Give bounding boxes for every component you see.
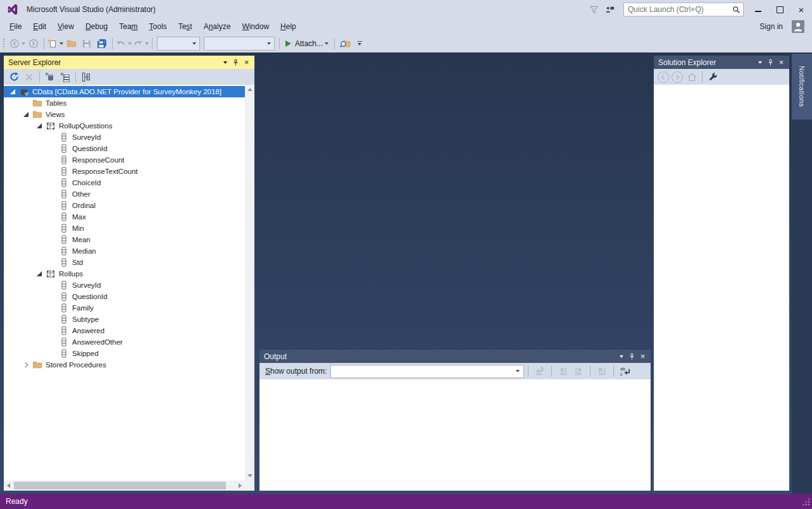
server-explorer-header[interactable]: Server Explorer ×	[4, 56, 254, 69]
close-button[interactable]: ×	[790, 1, 812, 18]
tree-item-family[interactable]: Family	[4, 302, 245, 314]
connect-to-server-icon[interactable]	[58, 70, 72, 85]
menu-item-view[interactable]: View	[52, 20, 80, 33]
tree-item-subtype[interactable]: Subtype	[4, 314, 245, 325]
tree-item-mean[interactable]: Mean	[4, 234, 245, 245]
home-icon[interactable]	[685, 70, 699, 85]
properties-wrench-icon[interactable]	[706, 70, 720, 85]
data-connections-icon[interactable]	[79, 70, 93, 85]
resize-grip[interactable]	[802, 498, 810, 506]
close-panel-icon[interactable]: ×	[776, 58, 787, 68]
refresh-icon[interactable]	[7, 70, 21, 85]
expander-expanded-icon[interactable]	[35, 122, 43, 130]
save-button[interactable]	[80, 36, 94, 51]
tree-item-ordinal[interactable]: Ordinal	[4, 200, 245, 211]
expander-expanded-icon[interactable]	[35, 270, 43, 278]
back-icon[interactable]	[658, 71, 669, 83]
menu-item-team[interactable]: Team	[113, 20, 143, 33]
solution-explorer-header[interactable]: Solution Explorer ×	[654, 56, 789, 69]
show-output-from-combo[interactable]	[330, 365, 524, 378]
menu-item-analyze[interactable]: Analyze	[198, 20, 237, 33]
output-content[interactable]	[259, 379, 651, 491]
quick-launch-box[interactable]	[623, 3, 744, 16]
next-message-icon[interactable]	[571, 364, 586, 378]
menu-item-file[interactable]: File	[4, 20, 27, 33]
previous-message-icon[interactable]	[556, 364, 571, 378]
tree-item-tables[interactable]: Tables	[4, 97, 245, 109]
tree-item-views[interactable]: Views	[4, 109, 245, 120]
toolbar-combo-1[interactable]	[157, 37, 200, 51]
close-panel-icon[interactable]: ×	[241, 58, 252, 68]
new-project-button[interactable]	[47, 36, 63, 51]
toolbar-combo-2[interactable]	[204, 37, 275, 51]
toggle-word-wrap-icon[interactable]: abc	[618, 364, 633, 378]
undo-dropdown-icon[interactable]	[128, 42, 132, 45]
horizontal-scrollbar[interactable]	[4, 481, 245, 491]
menu-item-debug[interactable]: Debug	[80, 20, 113, 33]
toolbar-combo-1-dropdown-icon[interactable]	[192, 42, 196, 45]
tree-item-rollups[interactable]: Rollups	[4, 268, 245, 279]
output-header[interactable]: Output ×	[259, 350, 651, 363]
solution-explorer-content[interactable]	[654, 85, 789, 491]
scroll-right-icon[interactable]	[239, 483, 242, 488]
redo-dropdown-icon[interactable]	[145, 42, 149, 45]
attach-dropdown-icon[interactable]	[325, 42, 328, 45]
combo-dropdown-icon[interactable]	[516, 370, 520, 372]
find-message-in-code-icon[interactable]	[532, 364, 547, 378]
tree-item-surveyid[interactable]: SurveyId	[4, 279, 245, 291]
scroll-down-icon[interactable]	[247, 474, 253, 477]
scroll-left-icon[interactable]	[7, 483, 10, 488]
window-position-dropdown-icon[interactable]	[616, 352, 627, 362]
tree-item-stored-procedures[interactable]: Stored Procedures	[4, 359, 245, 371]
tree-item-rollupquestions[interactable]: RollupQuestions	[4, 120, 245, 132]
notifications-tab[interactable]: Notifications	[792, 54, 812, 120]
send-feedback-icon[interactable]	[602, 3, 618, 16]
minimize-button[interactable]	[747, 1, 769, 18]
redo-button[interactable]	[133, 36, 149, 51]
expander-collapsed-icon[interactable]	[22, 361, 30, 369]
undo-button[interactable]	[116, 36, 132, 51]
toolbar-combo-2-dropdown-icon[interactable]	[267, 42, 271, 45]
menu-item-edit[interactable]: Edit	[27, 20, 52, 33]
menu-item-help[interactable]: Help	[275, 20, 302, 33]
pin-icon[interactable]	[627, 352, 637, 362]
tree-item-std[interactable]: Std	[4, 257, 245, 268]
navigate-forward-button[interactable]	[27, 36, 41, 51]
tree-item-cdata-cdata-ado-net-provider-for-surveymonkey-2018[interactable]: CData [CData ADO.NET Provider for Survey…	[4, 86, 254, 97]
tree-item-min[interactable]: Min	[4, 223, 245, 234]
scrollbar-thumb[interactable]	[14, 482, 226, 489]
menu-item-tools[interactable]: Tools	[144, 20, 173, 33]
tree-item-answered[interactable]: Answered	[4, 325, 245, 336]
attach-button[interactable]: Attach...	[283, 36, 331, 51]
connect-to-database-icon[interactable]	[43, 70, 57, 85]
tree-item-median[interactable]: Median	[4, 245, 245, 257]
toolbar-grip[interactable]	[3, 38, 6, 49]
tree-item-responsecount[interactable]: ResponseCount	[4, 154, 245, 166]
sign-in-link[interactable]: Sign in	[759, 22, 783, 31]
feedback-filter-icon[interactable]	[585, 3, 602, 16]
expander-expanded-icon[interactable]	[9, 88, 16, 95]
new-project-dropdown-icon[interactable]	[59, 42, 63, 45]
tree-item-max[interactable]: Max	[4, 211, 245, 223]
tree-item-choiceid[interactable]: ChoiceId	[4, 177, 245, 188]
save-all-button[interactable]	[95, 36, 109, 51]
stop-refresh-icon[interactable]	[22, 70, 36, 85]
tree-item-questionid[interactable]: QuestionId	[4, 143, 245, 154]
window-position-dropdown-icon[interactable]	[220, 58, 230, 68]
maximize-button[interactable]	[769, 1, 790, 18]
tree-item-responsetextcount[interactable]: ResponseTextCount	[4, 166, 245, 177]
pin-icon[interactable]	[765, 58, 776, 68]
close-panel-icon[interactable]: ×	[637, 352, 648, 362]
scroll-up-icon[interactable]	[247, 88, 253, 91]
tree-item-skipped[interactable]: Skipped	[4, 348, 245, 359]
navigate-backward-dropdown-icon[interactable]	[22, 42, 25, 45]
open-file-button[interactable]	[65, 36, 78, 51]
tree-item-surveyid[interactable]: SurveyId	[4, 132, 245, 143]
vertical-scrollbar[interactable]	[245, 85, 254, 481]
menu-item-test[interactable]: Test	[173, 20, 198, 33]
expander-expanded-icon[interactable]	[22, 111, 30, 118]
tree-item-answeredother[interactable]: AnsweredOther	[4, 336, 245, 348]
forward-icon[interactable]	[671, 71, 683, 83]
menu-item-window[interactable]: Window	[236, 20, 275, 33]
quick-launch-input[interactable]	[624, 5, 732, 14]
